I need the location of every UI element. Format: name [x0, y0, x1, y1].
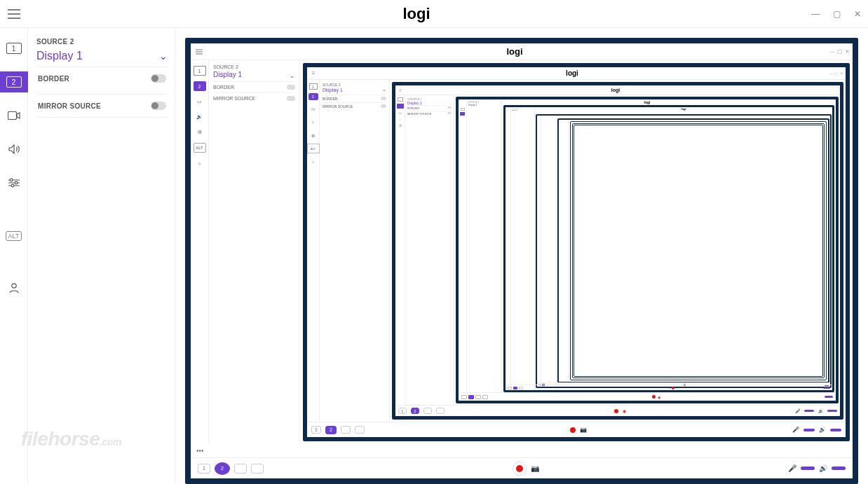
capture-preview-frame: logi —▢✕ 1 2 ▭ 🔊 ⚙ ALT ○ — [185, 38, 858, 484]
audio-icon[interactable] — [0, 139, 28, 160]
svg-point-2 — [15, 181, 18, 184]
source-select-row[interactable]: Display 1 ⌄ — [36, 50, 168, 62]
brand-logo: logi — [402, 5, 430, 23]
preview-area[interactable]: logi —▢✕ 1 2 ▭ 🔊 ⚙ ALT ○ — [175, 28, 868, 484]
mirror-row: MIRROR SOURCE — [36, 94, 168, 118]
source-1-tab[interactable]: 1 — [0, 38, 28, 59]
svg-point-4 — [11, 284, 15, 288]
chevron-down-icon: ⌄ — [159, 50, 168, 62]
camera-icon[interactable] — [0, 105, 28, 126]
svg-point-1 — [10, 179, 13, 181]
source-2-tab[interactable]: 2 — [0, 71, 28, 92]
source-title: Display 1 — [36, 50, 83, 62]
main-area: 1 2 ALT SOURCE 2 Display 1 ⌄ BORDER — [0, 28, 868, 484]
logo-wrap: logi — [28, 5, 805, 23]
mirror-toggle[interactable] — [151, 102, 166, 110]
content-area: logi —▢✕ 1 2 ▭ 🔊 ⚙ ALT ○ — [175, 28, 868, 484]
maximize-button[interactable]: ▢ — [826, 4, 847, 25]
adjustments-icon[interactable] — [0, 172, 28, 193]
menu-toggle-button[interactable] — [0, 0, 28, 28]
side-panel: SOURCE 2 Display 1 ⌄ BORDER MIRROR SOURC… — [28, 28, 175, 484]
border-toggle[interactable] — [151, 74, 166, 83]
close-button[interactable]: ✕ — [847, 4, 868, 25]
profile-icon[interactable] — [0, 277, 28, 298]
minimize-button[interactable]: — — [805, 4, 826, 25]
border-label: BORDER — [38, 75, 69, 83]
window-controls: — ▢ ✕ — [805, 4, 868, 25]
nested-logo: logi — [208, 46, 822, 57]
mirror-label: MIRROR SOURCE — [38, 102, 101, 110]
border-row: BORDER — [36, 67, 168, 90]
svg-point-3 — [11, 184, 14, 187]
svg-rect-0 — [8, 112, 16, 120]
source-label: SOURCE 2 — [36, 38, 168, 46]
titlebar: logi — ▢ ✕ — [0, 0, 868, 28]
left-rail: 1 2 ALT — [0, 28, 28, 484]
alt-key-icon[interactable]: ALT — [0, 226, 28, 247]
